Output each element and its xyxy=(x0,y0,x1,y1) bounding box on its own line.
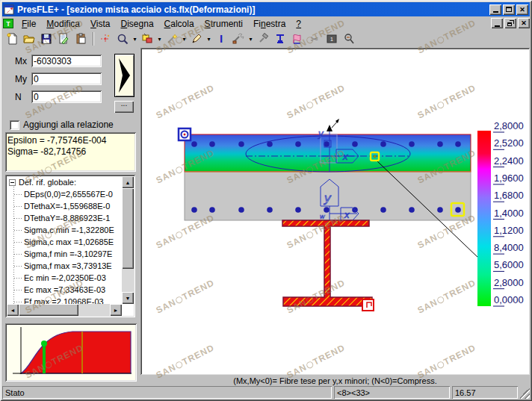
tree-horizontal-scrollbar[interactable]: ◄ ► xyxy=(7,304,122,316)
report-button[interactable] xyxy=(55,31,72,47)
save-button[interactable] xyxy=(38,31,55,47)
tools-button[interactable] xyxy=(230,31,247,47)
open-button[interactable] xyxy=(21,31,37,47)
hammer-icon xyxy=(257,33,269,45)
scroll-left-button[interactable]: ◄ xyxy=(7,304,19,316)
new-button[interactable] xyxy=(4,31,20,47)
rebar-dot[interactable] xyxy=(238,141,244,147)
calculate-button[interactable] xyxy=(114,54,134,97)
menu-file[interactable]: File xyxy=(16,17,41,31)
rebar-dot[interactable] xyxy=(295,207,301,213)
maximize-button[interactable] xyxy=(503,4,515,15)
tree-item[interactable]: Sigma,c max =1,02685E xyxy=(7,236,122,248)
scissors-button[interactable]: ✂ xyxy=(306,31,323,47)
tree-item[interactable]: Sigma,f max =3,73913E xyxy=(7,260,122,272)
scroll-down-button[interactable]: ▼ xyxy=(122,292,134,304)
stress-strain-curve xyxy=(7,325,134,379)
rebar-dot[interactable] xyxy=(352,141,358,147)
tree-item[interactable]: DEps(0,0)=2,655567E-0 xyxy=(7,188,122,200)
menu-help[interactable]: ? xyxy=(291,17,306,31)
steel-beam[interactable] xyxy=(282,220,372,306)
rebar-dot[interactable] xyxy=(191,207,197,213)
tree-item[interactable]: Ec max =7,33463E-03 xyxy=(7,284,122,296)
rebar-dot[interactable] xyxy=(409,207,415,213)
rebar-dot[interactable] xyxy=(295,141,301,147)
axes-point-button[interactable] xyxy=(97,31,114,47)
zoom-button[interactable] xyxy=(114,31,131,47)
menu-strumenti[interactable]: Strumenti xyxy=(200,17,248,31)
tree-item[interactable]: Sigma,c min =-1,32280E xyxy=(7,224,122,236)
beam-marker[interactable] xyxy=(362,299,374,311)
my-input[interactable] xyxy=(31,72,102,85)
rebar-dot[interactable] xyxy=(409,141,415,147)
rebar-dot[interactable] xyxy=(191,141,197,147)
scroll-right-button[interactable]: ► xyxy=(110,304,122,316)
add-to-report-label[interactable]: Aggiungi alla relazione xyxy=(23,119,114,130)
pen-button[interactable] xyxy=(188,31,205,47)
menu-calcola[interactable]: Calcola xyxy=(159,17,200,31)
current-strain-point[interactable] xyxy=(41,341,47,346)
scroll-up-button[interactable]: ▲ xyxy=(122,176,134,188)
wand-button[interactable] xyxy=(164,31,180,47)
mx-input[interactable] xyxy=(31,55,102,67)
mdi-document-icon[interactable]: T xyxy=(3,19,13,28)
tools-dropdown[interactable]: ▾ xyxy=(247,36,254,43)
panel-button[interactable]: 1 xyxy=(324,31,340,47)
scale-label: 8,4000 xyxy=(494,242,524,253)
wand-dropdown[interactable]: ▾ xyxy=(181,36,188,43)
status-time: 16.57 xyxy=(452,386,518,399)
tree-vertical-scrollbar[interactable]: ▲ ▼ xyxy=(122,176,134,304)
drawing-canvas[interactable]: y x y w x xyxy=(140,48,530,375)
rebar-dot[interactable] xyxy=(437,207,443,213)
steel-section-button[interactable]: I xyxy=(213,31,229,47)
find-button[interactable] xyxy=(341,31,357,47)
rebar-dot[interactable] xyxy=(380,207,386,213)
menu-vista[interactable]: Vista xyxy=(85,17,115,31)
tree-item[interactable]: Sigma,f min =-3,10297E xyxy=(7,248,122,260)
section-view-dropdown[interactable]: ▾ xyxy=(156,36,163,43)
n-input[interactable] xyxy=(31,90,102,103)
corner-marker[interactable] xyxy=(179,128,191,140)
save-icon xyxy=(40,33,52,45)
section-view-button[interactable] xyxy=(139,31,155,47)
minimize-button[interactable] xyxy=(489,4,501,15)
tree-collapse-icon[interactable] xyxy=(9,179,16,186)
tree-item[interactable]: DTethaX=-1,559688E-0 xyxy=(7,200,122,212)
paste-button[interactable] xyxy=(72,31,89,47)
menu-finestra[interactable]: Finestra xyxy=(248,17,291,31)
press-button[interactable] xyxy=(272,31,288,47)
tree-item[interactable]: DTethaY=-8,886923E-1 xyxy=(7,212,122,224)
rebar-dot[interactable] xyxy=(267,141,273,147)
rebar-dot[interactable] xyxy=(238,207,244,213)
rebar-dot[interactable] xyxy=(455,207,461,213)
add-to-report-checkbox[interactable] xyxy=(10,120,19,130)
rebar-dot[interactable] xyxy=(380,141,386,147)
mdi-close-button[interactable]: ✕ xyxy=(518,18,530,28)
hammer-button[interactable] xyxy=(255,31,271,47)
menu-disegna[interactable]: Disegna xyxy=(116,17,159,31)
resize-grip[interactable] xyxy=(520,386,530,399)
app-icon[interactable] xyxy=(4,4,14,15)
more-options-button[interactable]: ... xyxy=(114,101,134,113)
domain-button[interactable] xyxy=(289,31,306,47)
rebar-dot[interactable] xyxy=(267,207,273,213)
hscroll-thumb[interactable] xyxy=(19,304,78,316)
pen-dropdown[interactable]: ▾ xyxy=(205,36,212,43)
menu-modifica[interactable]: Modifica xyxy=(41,17,85,31)
rebar-dot[interactable] xyxy=(437,141,443,147)
rebar-dot[interactable] xyxy=(209,207,215,213)
domain-icon xyxy=(291,33,303,45)
color-scale-bar xyxy=(477,131,491,306)
close-button[interactable]: ✕ xyxy=(516,4,528,15)
mdi-restore-button[interactable] xyxy=(504,18,516,28)
rebar-dot[interactable] xyxy=(455,141,461,147)
tree-item[interactable]: Ec min =-2,02350E-03 xyxy=(7,272,122,284)
vscroll-thumb[interactable] xyxy=(122,188,134,269)
rebar-dot[interactable] xyxy=(324,207,330,213)
zoom-dropdown[interactable]: ▾ xyxy=(132,36,138,43)
tree-root[interactable]: Def. rif. globale: xyxy=(7,176,122,188)
tree-item[interactable]: Ef max =2,10968E-03 xyxy=(7,296,122,304)
mdi-minimize-button[interactable] xyxy=(491,18,503,28)
scale-label: 5,6000 xyxy=(494,259,524,270)
rebar-dot[interactable] xyxy=(209,141,215,147)
